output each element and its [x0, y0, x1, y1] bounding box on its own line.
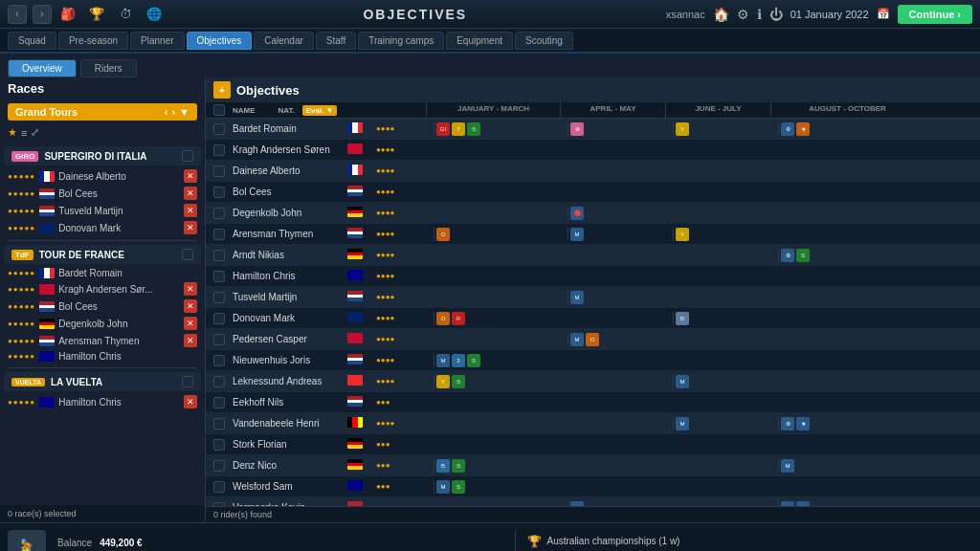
- table-row[interactable]: Kragh Andersen Søren ●●●●: [206, 140, 980, 161]
- row-checkbox[interactable]: [213, 292, 233, 303]
- table-row[interactable]: Bardet Romain ●●●● GI T S ⊕ Y ⚙ ★: [206, 119, 980, 140]
- add-objective-button[interactable]: +: [213, 81, 231, 99]
- races-dropdown[interactable]: Grand Tours ‹ › ▼: [8, 103, 197, 121]
- select-all-checkbox[interactable]: [213, 104, 225, 116]
- add-race-icon[interactable]: ★: [8, 126, 17, 139]
- vuelta-checkbox[interactable]: [182, 376, 193, 387]
- row-checkbox[interactable]: [213, 250, 233, 261]
- remove-button[interactable]: ✕: [184, 282, 197, 296]
- row-checkbox[interactable]: [213, 460, 233, 472]
- rider-name: Arensman Thymen: [58, 336, 180, 346]
- list-icon[interactable]: ≡: [21, 127, 27, 139]
- rider-flag: [347, 354, 376, 366]
- arrow-right-icon[interactable]: ›: [171, 106, 175, 118]
- row-checkbox[interactable]: [213, 313, 233, 324]
- row-checkbox[interactable]: [213, 439, 233, 451]
- table-row[interactable]: Vermaerke Kevin ●●● M M⚙: [206, 497, 980, 506]
- trophy-icon[interactable]: 🏆: [86, 4, 107, 25]
- row-checkbox[interactable]: [213, 187, 233, 198]
- tab-scouting[interactable]: Scouting: [515, 32, 573, 50]
- flag-fr: [39, 171, 55, 182]
- table-row[interactable]: Leknessund Andreas ●●●● YS M: [206, 371, 980, 392]
- expand-all-icon[interactable]: ⤢: [31, 126, 39, 139]
- remove-button[interactable]: ✕: [184, 221, 197, 234]
- row-checkbox[interactable]: [213, 334, 233, 345]
- subtab-riders[interactable]: Riders: [80, 59, 137, 77]
- race-badge: B: [676, 312, 689, 325]
- nat-col-label: NAT.: [278, 106, 295, 115]
- tab-equipment[interactable]: Equipment: [446, 32, 513, 50]
- table-row[interactable]: Denz Nico ●●● BS M: [206, 455, 980, 476]
- list-item: ●●●●● Donovan Mark ✕: [0, 219, 205, 236]
- row-checkbox[interactable]: [213, 271, 233, 282]
- table-row[interactable]: Tusveld Martijn ●●●● M: [206, 287, 980, 308]
- arrow-left-icon[interactable]: ‹: [165, 106, 168, 118]
- tab-training-camps[interactable]: Training camps: [358, 32, 444, 50]
- eval-col-sort[interactable]: Eval. ▼: [302, 105, 338, 116]
- forward-button[interactable]: ›: [33, 5, 52, 24]
- remove-button[interactable]: ✕: [184, 395, 197, 408]
- tab-planner[interactable]: Planner: [130, 32, 184, 50]
- row-checkbox[interactable]: [213, 376, 233, 387]
- section-tdf[interactable]: TdF TOUR DE FRANCE: [4, 245, 201, 264]
- table-row[interactable]: Donovan Mark ●●●● OR B: [206, 308, 980, 329]
- table-row[interactable]: Dainese Alberto ●●●●: [206, 161, 980, 182]
- rider-flag: [347, 396, 376, 408]
- name-header: NAME NAT. Eval. ▼: [206, 102, 426, 118]
- table-row[interactable]: Arensman Thymen ●●●● O M Y: [206, 224, 980, 245]
- period-jan: OR: [434, 312, 568, 325]
- race-badge: S: [452, 480, 465, 494]
- row-checkbox[interactable]: [213, 481, 233, 493]
- table-row[interactable]: Arndt Nikias ●●●● ⚙S: [206, 245, 980, 266]
- race-badge: S: [467, 122, 480, 136]
- row-checkbox[interactable]: [213, 144, 233, 156]
- remove-button[interactable]: ✕: [184, 334, 197, 347]
- remove-button[interactable]: ✕: [184, 317, 197, 330]
- table-row[interactable]: Welsford Sam ●●● MS: [206, 476, 980, 497]
- remove-button[interactable]: ✕: [184, 204, 197, 217]
- briefcase-icon[interactable]: 🎒: [57, 4, 78, 25]
- globe-icon[interactable]: 🌐: [144, 4, 165, 25]
- rider-eval: ●●●●: [376, 377, 434, 386]
- table-row[interactable]: Pedersen Casper ●●●● MO: [206, 329, 980, 350]
- subtab-overview[interactable]: Overview: [8, 59, 77, 77]
- row-checkbox[interactable]: [213, 397, 233, 408]
- tab-squad[interactable]: Squad: [8, 32, 56, 50]
- tab-staff[interactable]: Staff: [316, 32, 356, 50]
- tdf-checkbox[interactable]: [182, 249, 193, 260]
- row-checkbox[interactable]: [213, 123, 233, 135]
- table-row[interactable]: Eekhoff Nils ●●●: [206, 392, 980, 413]
- stars: ●●●●●: [8, 285, 35, 294]
- giro-name: SUPERGIRO DI ITALIA: [44, 151, 182, 162]
- race-badge: M: [570, 291, 584, 304]
- table-row[interactable]: Stork Florian ●●●: [206, 434, 980, 455]
- row-checkbox[interactable]: [213, 229, 233, 240]
- row-checkbox[interactable]: [213, 355, 233, 366]
- tab-objectives[interactable]: Objectives: [187, 32, 253, 50]
- remove-button[interactable]: ✕: [184, 187, 197, 200]
- rider-eval: ●●●●: [376, 251, 434, 259]
- tab-preseason[interactable]: Pre-season: [58, 32, 128, 50]
- row-checkbox[interactable]: [213, 208, 233, 219]
- section-vuelta[interactable]: VUELTA LA VUELTA: [4, 372, 201, 391]
- table-row[interactable]: Degenkolb John ●●●● 🔴: [206, 203, 980, 224]
- remove-button[interactable]: ✕: [184, 169, 197, 183]
- rider-flag: [347, 333, 376, 345]
- row-checkbox[interactable]: [213, 418, 233, 430]
- remove-button[interactable]: ✕: [184, 299, 197, 313]
- periods-header: NAME NAT. Eval. ▼ JANUARY - MARCH APRIL …: [206, 102, 980, 119]
- giro-checkbox[interactable]: [182, 150, 193, 162]
- table-row[interactable]: Vandenabeele Henri ●●●● M ⚙★: [206, 413, 980, 434]
- section-giro[interactable]: GIRO SUPERGIRO DI ITALIA: [4, 146, 201, 165]
- tab-calendar[interactable]: Calendar: [254, 32, 314, 50]
- period-jan-header: JANUARY - MARCH: [426, 102, 560, 118]
- table-row[interactable]: Hamilton Chris ●●●●: [206, 266, 980, 287]
- expand-icon[interactable]: ▼: [179, 106, 189, 118]
- table-row[interactable]: Nieuwenhuis Joris ●●●● M3S: [206, 350, 980, 371]
- clock-icon[interactable]: ⏱: [115, 4, 136, 25]
- table-row[interactable]: Bol Cees ●●●●: [206, 182, 980, 203]
- rider-name: Nieuwenhuis Joris: [233, 355, 347, 365]
- back-button[interactable]: ‹: [8, 5, 27, 24]
- row-checkbox[interactable]: [213, 165, 233, 177]
- continue-button[interactable]: Continue ›: [898, 5, 972, 24]
